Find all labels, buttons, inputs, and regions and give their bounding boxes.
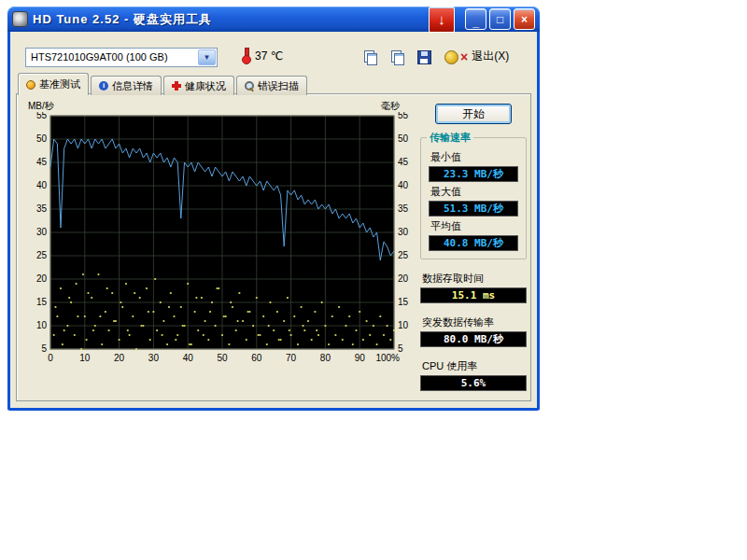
burst-rate-label: 突发数据传输率 <box>422 315 527 329</box>
temperature-value: 37 ℃ <box>255 49 283 63</box>
avg-label: 平均值 <box>430 219 518 233</box>
exit-x-icon: × <box>460 51 468 63</box>
copy-text-button[interactable] <box>359 47 381 67</box>
chart-block: MB/秒 毫秒 55101015152020252530303535404045… <box>24 100 424 370</box>
down-arrow-icon: ↓ <box>438 11 445 27</box>
app-window: HD Tune 2.52 - 硬盘实用工具 ↓ _ □ × HTS721010G… <box>7 7 540 411</box>
copy-text-icon <box>364 50 376 63</box>
svg-text:90: 90 <box>355 353 366 363</box>
svg-text:55: 55 <box>36 112 48 120</box>
max-value: 51.3 MB/秒 <box>429 201 518 217</box>
benchmark-panel: MB/秒 毫秒 55101015152020252530303535404045… <box>16 93 531 401</box>
svg-text:30: 30 <box>148 353 160 363</box>
svg-text:35: 35 <box>398 203 409 214</box>
maximize-button[interactable]: □ <box>489 8 511 30</box>
svg-text:20: 20 <box>398 273 409 284</box>
tab-benchmark[interactable]: 基准测试 <box>18 73 89 95</box>
svg-text:50: 50 <box>398 133 409 144</box>
svg-text:80: 80 <box>320 353 331 363</box>
svg-text:10: 10 <box>36 320 48 330</box>
cpu-usage-value: 5.6% <box>420 375 527 391</box>
cpu-usage-section: CPU 使用率 5.6% <box>420 359 527 391</box>
title-bar[interactable]: HD Tune 2.52 - 硬盘实用工具 ↓ _ □ × <box>7 7 540 32</box>
tab-error-scan-label: 错误扫描 <box>258 79 299 93</box>
minimize-icon: _ <box>472 16 479 29</box>
burst-rate-section: 突发数据传输率 80.0 MB/秒 <box>420 315 527 347</box>
svg-text:25: 25 <box>36 250 48 260</box>
save-icon <box>417 50 431 64</box>
svg-text:50: 50 <box>36 133 48 144</box>
save-screenshot-button[interactable] <box>414 47 435 67</box>
svg-text:15: 15 <box>398 297 409 307</box>
access-time-label: 数据存取时间 <box>422 272 527 286</box>
benchmark-icon <box>26 80 35 90</box>
tab-info[interactable]: i 信息详情 <box>91 76 162 95</box>
svg-text:30: 30 <box>36 227 48 237</box>
chevron-down-icon[interactable]: ▼ <box>198 49 216 65</box>
svg-text:100%: 100% <box>375 353 400 363</box>
transfer-rate-caption: 传输速率 <box>427 131 473 145</box>
min-value: 23.3 MB/秒 <box>429 166 518 182</box>
avg-value: 40.8 MB/秒 <box>429 235 518 251</box>
magnifier-icon <box>245 81 254 91</box>
window-title: HD Tune 2.52 - 硬盘实用工具 <box>33 11 429 28</box>
toolbar-icons <box>359 47 462 67</box>
tab-health[interactable]: 健康状况 <box>163 76 234 95</box>
transfer-rate-group: 传输速率 最小值 23.3 MB/秒 最大值 51.3 MB/秒 平均值 40.… <box>420 137 527 259</box>
cpu-usage-label: CPU 使用率 <box>422 359 527 373</box>
svg-text:55: 55 <box>398 112 409 120</box>
svg-text:0: 0 <box>48 353 53 363</box>
copy-screenshot-button[interactable] <box>387 47 408 67</box>
copy-screenshot-icon <box>391 50 403 63</box>
minimize-button[interactable]: _ <box>465 8 486 30</box>
svg-text:45: 45 <box>36 157 48 167</box>
window-body: HTS721010G9AT00 (100 GB) ▼ 37 ℃ × 退出(X) … <box>10 32 537 408</box>
thermometer-icon <box>242 48 250 64</box>
left-axis-label: MB/秒 <box>28 100 54 112</box>
svg-text:70: 70 <box>286 353 297 363</box>
exit-button[interactable]: × 退出(X) <box>457 47 513 66</box>
burst-rate-value: 80.0 MB/秒 <box>420 331 527 347</box>
max-label: 最大值 <box>430 185 518 199</box>
tab-error-scan[interactable]: 错误扫描 <box>236 76 307 95</box>
svg-text:40: 40 <box>398 180 409 190</box>
svg-text:30: 30 <box>398 227 409 237</box>
drive-select-value: HTS721010G9AT00 (100 GB) <box>31 51 168 63</box>
svg-text:40: 40 <box>36 180 48 190</box>
tab-benchmark-label: 基准测试 <box>39 77 80 91</box>
svg-text:20: 20 <box>114 353 125 363</box>
exit-label: 退出(X) <box>472 49 509 64</box>
tab-strip: 基准测试 i 信息详情 健康状况 错误扫描 <box>18 73 309 95</box>
svg-text:5: 5 <box>41 343 47 354</box>
maximize-icon: □ <box>497 13 503 26</box>
svg-text:10: 10 <box>398 320 409 330</box>
temperature-indicator: 37 ℃ <box>242 48 283 64</box>
health-cross-icon <box>172 81 181 91</box>
svg-text:35: 35 <box>36 203 48 214</box>
right-axis-label: 毫秒 <box>381 100 400 112</box>
svg-text:50: 50 <box>217 353 228 363</box>
close-icon: × <box>521 13 528 26</box>
close-button[interactable]: × <box>514 8 535 30</box>
svg-text:45: 45 <box>398 157 409 167</box>
svg-text:15: 15 <box>36 297 48 307</box>
access-time-value: 15.1 ms <box>420 287 527 303</box>
svg-text:60: 60 <box>251 353 262 363</box>
svg-text:40: 40 <box>183 353 194 363</box>
svg-text:25: 25 <box>398 250 409 260</box>
benchmark-chart: 5510101515202025253030353540404545505055… <box>24 112 424 366</box>
app-icon[interactable] <box>12 11 28 27</box>
svg-text:20: 20 <box>36 273 48 284</box>
drive-select[interactable]: HTS721010G9AT00 (100 GB) ▼ <box>25 48 218 67</box>
tab-health-label: 健康状况 <box>185 79 226 93</box>
tab-info-label: 信息详情 <box>112 79 153 93</box>
svg-text:10: 10 <box>79 353 91 363</box>
access-time-section: 数据存取时间 15.1 ms <box>420 272 527 303</box>
min-label: 最小值 <box>430 150 518 164</box>
results-column: 开始 传输速率 最小值 23.3 MB/秒 最大值 51.3 MB/秒 平均值 … <box>420 102 527 391</box>
red-arrow-button[interactable]: ↓ <box>429 7 455 33</box>
info-icon: i <box>99 81 108 91</box>
start-button[interactable]: 开始 <box>435 104 512 124</box>
